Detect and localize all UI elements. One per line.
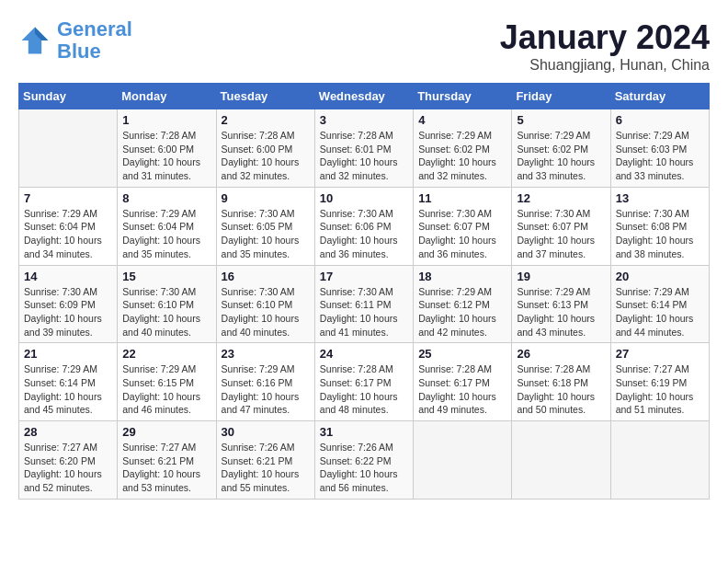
- calendar-cell: 15Sunrise: 7:30 AMSunset: 6:10 PMDayligh…: [118, 265, 216, 343]
- day-info: Sunrise: 7:30 AMSunset: 6:10 PMDaylight:…: [122, 285, 210, 339]
- day-info: Sunrise: 7:26 AMSunset: 6:22 PMDaylight:…: [320, 441, 408, 495]
- weekday-header-thursday: Thursday: [414, 84, 512, 109]
- calendar-cell: 11Sunrise: 7:30 AMSunset: 6:07 PMDayligh…: [414, 187, 512, 265]
- day-number: 4: [418, 113, 506, 127]
- day-number: 18: [418, 270, 506, 283]
- day-info: Sunrise: 7:30 AMSunset: 6:05 PMDaylight:…: [222, 207, 310, 261]
- day-number: 3: [320, 113, 408, 127]
- calendar-cell: 8Sunrise: 7:29 AMSunset: 6:04 PMDaylight…: [118, 187, 216, 265]
- day-info: Sunrise: 7:29 AMSunset: 6:12 PMDaylight:…: [418, 285, 506, 339]
- calendar-cell: 2Sunrise: 7:28 AMSunset: 6:00 PMDaylight…: [216, 109, 314, 188]
- calendar-cell: 14Sunrise: 7:30 AMSunset: 6:09 PMDayligh…: [19, 265, 118, 343]
- day-info: Sunrise: 7:28 AMSunset: 6:01 PMDaylight:…: [320, 129, 408, 183]
- calendar-thead: SundayMondayTuesdayWednesdayThursdayFrid…: [19, 84, 710, 109]
- calendar-header: General Blue January 2024 Shuangjiang, H…: [18, 18, 710, 74]
- calendar-cell: 10Sunrise: 7:30 AMSunset: 6:06 PMDayligh…: [314, 187, 413, 265]
- day-number: 16: [222, 270, 310, 283]
- day-number: 22: [122, 347, 210, 361]
- calendar-cell: 21Sunrise: 7:29 AMSunset: 6:14 PMDayligh…: [19, 343, 118, 421]
- calendar-cell: [512, 421, 610, 500]
- day-info: Sunrise: 7:27 AMSunset: 6:21 PMDaylight:…: [122, 441, 210, 495]
- calendar-cell: 13Sunrise: 7:30 AMSunset: 6:08 PMDayligh…: [610, 187, 709, 265]
- calendar-week-row: 28Sunrise: 7:27 AMSunset: 6:20 PMDayligh…: [19, 421, 710, 500]
- day-number: 19: [517, 270, 605, 283]
- calendar-cell: 18Sunrise: 7:29 AMSunset: 6:12 PMDayligh…: [414, 265, 512, 343]
- day-info: Sunrise: 7:29 AMSunset: 6:03 PMDaylight:…: [616, 129, 704, 183]
- day-info: Sunrise: 7:30 AMSunset: 6:08 PMDaylight:…: [616, 207, 704, 261]
- logo-text: General Blue: [57, 18, 132, 63]
- day-info: Sunrise: 7:30 AMSunset: 6:09 PMDaylight:…: [24, 285, 112, 339]
- calendar-cell: 29Sunrise: 7:27 AMSunset: 6:21 PMDayligh…: [118, 421, 216, 500]
- day-info: Sunrise: 7:27 AMSunset: 6:19 PMDaylight:…: [616, 362, 704, 417]
- day-number: 30: [222, 425, 310, 439]
- day-number: 20: [616, 270, 704, 283]
- day-info: Sunrise: 7:30 AMSunset: 6:10 PMDaylight:…: [222, 285, 310, 339]
- day-info: Sunrise: 7:29 AMSunset: 6:16 PMDaylight:…: [222, 362, 310, 417]
- day-info: Sunrise: 7:29 AMSunset: 6:02 PMDaylight:…: [517, 129, 605, 183]
- calendar-week-row: 14Sunrise: 7:30 AMSunset: 6:09 PMDayligh…: [19, 265, 710, 343]
- day-number: 14: [24, 270, 112, 283]
- calendar-cell: 3Sunrise: 7:28 AMSunset: 6:01 PMDaylight…: [314, 109, 413, 188]
- calendar-cell: 23Sunrise: 7:29 AMSunset: 6:16 PMDayligh…: [216, 343, 314, 421]
- day-info: Sunrise: 7:29 AMSunset: 6:04 PMDaylight:…: [24, 207, 112, 261]
- day-info: Sunrise: 7:30 AMSunset: 6:07 PMDaylight:…: [517, 207, 605, 261]
- day-number: 1: [122, 113, 210, 127]
- calendar-cell: 17Sunrise: 7:30 AMSunset: 6:11 PMDayligh…: [314, 265, 413, 343]
- calendar-week-row: 1Sunrise: 7:28 AMSunset: 6:00 PMDaylight…: [19, 109, 710, 188]
- calendar-cell: 19Sunrise: 7:29 AMSunset: 6:13 PMDayligh…: [512, 265, 610, 343]
- weekday-header-wednesday: Wednesday: [314, 84, 413, 109]
- calendar-cell: 28Sunrise: 7:27 AMSunset: 6:20 PMDayligh…: [19, 421, 118, 500]
- day-number: 23: [222, 347, 310, 361]
- day-number: 6: [616, 113, 704, 127]
- weekday-header-saturday: Saturday: [610, 84, 709, 109]
- day-info: Sunrise: 7:28 AMSunset: 6:00 PMDaylight:…: [122, 129, 210, 183]
- calendar-cell: [19, 109, 118, 188]
- day-info: Sunrise: 7:30 AMSunset: 6:11 PMDaylight:…: [320, 285, 408, 339]
- day-number: 12: [517, 191, 605, 205]
- day-info: Sunrise: 7:29 AMSunset: 6:14 PMDaylight:…: [24, 362, 112, 417]
- weekday-header-tuesday: Tuesday: [216, 84, 314, 109]
- calendar-cell: 22Sunrise: 7:29 AMSunset: 6:15 PMDayligh…: [118, 343, 216, 421]
- calendar-cell: 4Sunrise: 7:29 AMSunset: 6:02 PMDaylight…: [414, 109, 512, 188]
- calendar-cell: 24Sunrise: 7:28 AMSunset: 6:17 PMDayligh…: [314, 343, 413, 421]
- day-info: Sunrise: 7:29 AMSunset: 6:02 PMDaylight:…: [418, 129, 506, 183]
- day-number: 5: [517, 113, 605, 127]
- calendar-cell: [610, 421, 709, 500]
- calendar-cell: 27Sunrise: 7:27 AMSunset: 6:19 PMDayligh…: [610, 343, 709, 421]
- day-info: Sunrise: 7:28 AMSunset: 6:17 PMDaylight:…: [418, 362, 506, 417]
- title-area: January 2024 Shuangjiang, Hunan, China: [500, 18, 710, 74]
- day-number: 21: [24, 347, 112, 361]
- calendar-cell: 5Sunrise: 7:29 AMSunset: 6:02 PMDaylight…: [512, 109, 610, 188]
- day-number: 29: [122, 425, 210, 439]
- day-number: 10: [320, 191, 408, 205]
- calendar-cell: 1Sunrise: 7:28 AMSunset: 6:00 PMDaylight…: [118, 109, 216, 188]
- calendar-table: SundayMondayTuesdayWednesdayThursdayFrid…: [18, 83, 710, 500]
- day-number: 26: [517, 347, 605, 361]
- day-info: Sunrise: 7:28 AMSunset: 6:18 PMDaylight:…: [517, 362, 605, 417]
- day-number: 28: [24, 425, 112, 439]
- weekday-header-monday: Monday: [118, 84, 216, 109]
- calendar-cell: 31Sunrise: 7:26 AMSunset: 6:22 PMDayligh…: [314, 421, 413, 500]
- day-number: 9: [222, 191, 310, 205]
- day-number: 27: [616, 347, 704, 361]
- day-info: Sunrise: 7:30 AMSunset: 6:07 PMDaylight:…: [418, 207, 506, 261]
- day-number: 15: [122, 270, 210, 283]
- logo-line2: Blue: [57, 40, 101, 63]
- calendar-cell: 16Sunrise: 7:30 AMSunset: 6:10 PMDayligh…: [216, 265, 314, 343]
- day-info: Sunrise: 7:26 AMSunset: 6:21 PMDaylight:…: [222, 441, 310, 495]
- day-number: 31: [320, 425, 408, 439]
- day-number: 25: [418, 347, 506, 361]
- day-info: Sunrise: 7:29 AMSunset: 6:13 PMDaylight:…: [517, 285, 605, 339]
- weekday-header-friday: Friday: [512, 84, 610, 109]
- day-info: Sunrise: 7:28 AMSunset: 6:17 PMDaylight:…: [320, 362, 408, 417]
- calendar-cell: 26Sunrise: 7:28 AMSunset: 6:18 PMDayligh…: [512, 343, 610, 421]
- calendar-cell: [414, 421, 512, 500]
- calendar-cell: 7Sunrise: 7:29 AMSunset: 6:04 PMDaylight…: [19, 187, 118, 265]
- logo-icon: [18, 24, 51, 57]
- weekday-header-row: SundayMondayTuesdayWednesdayThursdayFrid…: [19, 84, 710, 109]
- calendar-cell: 20Sunrise: 7:29 AMSunset: 6:14 PMDayligh…: [610, 265, 709, 343]
- day-info: Sunrise: 7:29 AMSunset: 6:04 PMDaylight:…: [122, 207, 210, 261]
- day-number: 17: [320, 270, 408, 283]
- calendar-title: January 2024: [500, 18, 710, 57]
- day-number: 11: [418, 191, 506, 205]
